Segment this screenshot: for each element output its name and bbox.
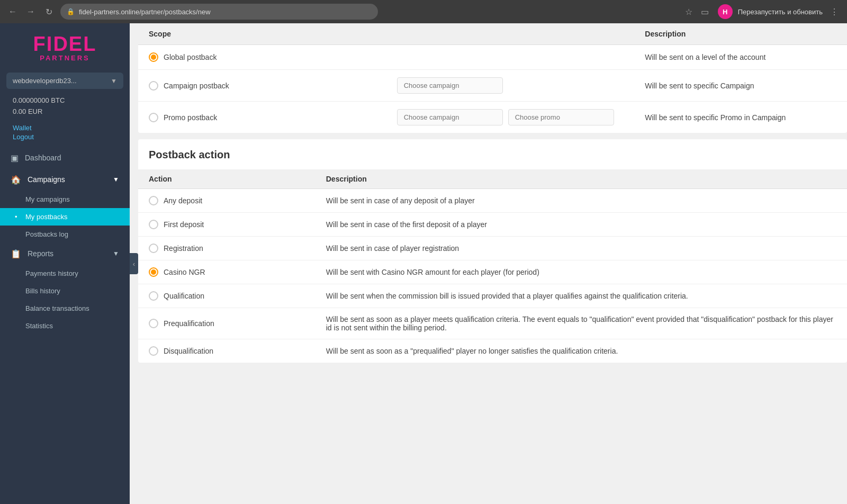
scope-row-global-label: Global postback [149,52,376,62]
action-col-header: Action [138,169,316,189]
sidebar-links: Wallet Logout [0,124,130,147]
promo-postback-promo-input[interactable] [508,109,614,125]
scope-row-global: Global postback Will be sent on a level … [138,45,847,70]
main-content: ‹ Scope Description [130,23,847,504]
balance-btc: 0.00000000 BTC [13,95,117,106]
scope-desc-global: Will be sent on a level of the account [634,45,847,70]
wallet-link[interactable]: Wallet [13,124,117,132]
action-radio-qualification[interactable] [149,291,158,301]
sidebar-logo: FIDEL PARTNERS [0,23,130,66]
sidebar-item-payments-history[interactable]: Payments history [0,265,130,282]
sidebar-item-campaigns[interactable]: 🏠 Campaigns ▼ [0,169,130,191]
action-desc-first-deposit: Will be sent in case of the first deposi… [316,213,847,237]
scope-desc-campaign: Will be sent to specific Campaign [634,70,847,102]
url-text: fidel-partners.online/partner/postbacks/… [79,8,211,16]
action-desc-any-deposit: Will be sent in case of any deposit of a… [316,189,847,213]
sidebar: FIDEL PARTNERS webdeveloperdb23... ▼ 0.0… [0,23,130,504]
back-button[interactable]: ← [6,5,19,18]
scope-radio-promo[interactable] [149,113,158,122]
dashboard-icon: ▣ [11,153,19,163]
promo-postback-campaign-input[interactable] [397,109,503,125]
action-row-first-deposit: First deposit Will be sent in case of th… [138,213,847,237]
action-row-qualification: Qualification Will be sent when the comm… [138,284,847,308]
logo-fidel: FIDEL [8,34,121,54]
action-row-prequalification: Prequalification Will be sent as soon as… [138,308,847,339]
sidebar-item-label: Reports [28,249,53,258]
action-radio-any-deposit[interactable] [149,196,158,205]
action-row-disqualification: Disqualification Will be sent as soon as… [138,339,847,363]
postback-action-title: Postback action [138,139,847,169]
scope-desc-col-header: Description [634,23,847,45]
action-desc-prequalification: Will be sent as soon as a player meets q… [316,308,847,339]
action-desc-disqualification: Will be sent as soon as a "prequalified"… [316,339,847,363]
sidebar-item-statistics[interactable]: Statistics [0,317,130,335]
sidebar-item-bills-history[interactable]: Bills history [0,282,130,300]
browser-chrome: ← → ↻ 🔒 fidel-partners.online/partner/po… [0,0,847,23]
scope-col-header: Scope [138,23,386,45]
chevron-down-icon: ▼ [111,77,117,85]
scope-row-campaign: Campaign postback Will be sent to specif… [138,70,847,102]
scope-row-campaign-label: Campaign postback [149,81,376,91]
campaign-postback-campaign-input[interactable] [397,77,503,94]
scope-row-promo: Promo postback Will be sent to specific … [138,102,847,133]
sidebar-item-my-campaigns[interactable]: My campaigns [0,191,130,208]
scope-radio-campaign[interactable] [149,81,158,91]
action-radio-registration[interactable] [149,244,158,253]
action-radio-casino-ngr[interactable] [149,267,158,277]
sidebar-menu: ▣ Dashboard 🏠 Campaigns ▼ My campaigns M… [0,147,130,504]
lock-icon: 🔒 [67,8,75,15]
scope-desc-promo: Will be sent to specific Promo in Campai… [634,102,847,133]
logout-link[interactable]: Logout [13,133,117,141]
action-table: Action Description Any deposit [138,169,847,363]
action-radio-prequalification[interactable] [149,319,158,328]
action-desc-casino-ngr: Will be sent with Casino NGR amount for … [316,260,847,284]
bookmark-icon[interactable]: ☆ [685,7,692,17]
action-row-registration: Registration Will be sent in case of pla… [138,237,847,260]
action-radio-disqualification[interactable] [149,346,158,356]
sidebar-item-label: Campaigns [28,175,65,184]
menu-button[interactable]: ⋮ [828,5,841,18]
action-desc-qualification: Will be sent when the commission bill is… [316,284,847,308]
scope-inputs-col-header [386,23,635,45]
reload-button[interactable]: ↻ [42,5,55,18]
sidebar-item-reports[interactable]: 📋 Reports ▼ [0,243,130,265]
scope-radio-global[interactable] [149,52,158,62]
account-selector[interactable]: webdeveloperdb23... ▼ [6,73,123,89]
sidebar-item-my-postbacks[interactable]: My postbacks [0,208,130,226]
action-radio-first-deposit[interactable] [149,220,158,229]
balance-display: 0.00000000 BTC 0.00 EUR [0,93,130,124]
scope-card: Scope Description Global postback [138,23,847,133]
forward-button[interactable]: → [24,5,37,18]
scope-table: Scope Description Global postback [138,23,847,133]
sidebar-collapse-button[interactable]: ‹ [130,253,138,274]
avatar: H [718,4,733,19]
action-row-any-deposit: Any deposit Will be sent in case of any … [138,189,847,213]
action-row-casino-ngr: Casino NGR Will be sent with Casino NGR … [138,260,847,284]
campaigns-icon: 🏠 [11,175,21,185]
account-name: webdeveloperdb23... [13,77,77,85]
logo-partners: PARTNERS [8,54,121,62]
chevron-down-icon: ▼ [113,176,119,183]
sidebar-item-balance-transactions[interactable]: Balance transactions [0,300,130,317]
sidebar-item-dashboard[interactable]: ▣ Dashboard [0,147,130,169]
postback-action-card: Postback action Action Description [138,139,847,363]
action-desc-registration: Will be sent in case of player registrat… [316,237,847,260]
sidebar-item-postbacks-log[interactable]: Postbacks log [0,226,130,243]
scope-row-promo-label: Promo postback [149,113,376,122]
extensions-button[interactable]: ▭ [698,4,713,19]
action-desc-col-header: Description [316,169,847,189]
address-bar[interactable]: 🔒 fidel-partners.online/partner/postback… [60,4,378,20]
restart-button[interactable]: Перезапустить и обновить [738,8,823,16]
balance-eur: 0.00 EUR [13,106,117,118]
reports-icon: 📋 [11,249,21,259]
sidebar-item-label: Dashboard [25,154,61,162]
chevron-down-icon: ▼ [113,250,119,257]
